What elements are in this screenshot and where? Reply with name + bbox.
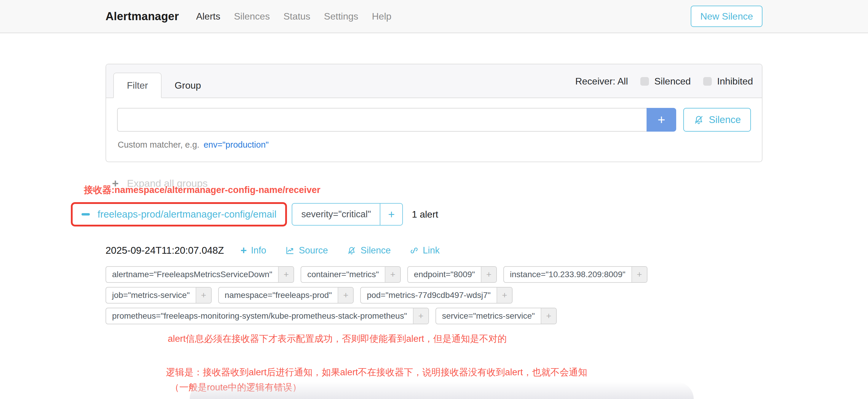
alert-count: 1 alert [412,209,438,220]
alertmanager-page: Alertmanager Alerts Silences Status Sett… [0,0,868,399]
label-add-filter-button[interactable]: + [338,287,353,303]
label-text: job="metrics-service" [106,287,196,303]
alert-group-row: freeleaps-prod/alertmanager-config/email… [71,202,763,226]
app-title: Alertmanager [105,10,179,23]
bell-slash-icon [693,115,704,125]
source-label: Source [299,245,328,256]
source-button[interactable]: Source [285,245,328,256]
tab-group[interactable]: Group [161,73,214,98]
label-add-filter-button[interactable]: + [481,267,496,282]
link-button[interactable]: Link [410,245,440,256]
annotation-config-note: alert信息必须在接收器下才表示配置成功，否则即使能看到alert，但是通知是… [168,333,763,345]
label-tag: alertname="FreeleapsMetricsServiceDown" … [105,266,294,283]
alert-actions: + Info Source [241,245,440,256]
alert-groups-section: + Expand all groups 接收器:namespace/alterm… [105,178,763,395]
silenced-checkbox[interactable] [640,77,649,86]
nav-help[interactable]: Help [372,11,391,22]
annotation-logic-line2: （一般是route中的逻辑有错误） [166,380,763,395]
receiver-annotation-text: 接收器:namespace/altermanager-config-name/r… [84,184,763,196]
label-tag: prometheus="freeleaps-monitoring-system/… [105,308,429,324]
info-button[interactable]: + Info [241,245,266,256]
matcher-input[interactable] [117,108,647,132]
label-add-filter-button[interactable]: + [631,267,647,282]
label-text: endpoint="8009" [408,267,481,282]
nav-silences[interactable]: Silences [234,11,270,22]
silence-alert-button[interactable]: Silence [347,245,391,256]
group-matcher-chip: severity="critical" + [292,203,403,225]
minus-icon [82,213,90,216]
alert-meta-row: 2025-09-24T11:20:07.048Z + Info [105,245,763,256]
label-add-filter-button[interactable]: + [541,308,556,324]
nav-alerts[interactable]: Alerts [196,11,220,22]
bell-slash-icon [347,246,356,255]
label-tag: pod="metrics-77d9cdb497-wdsj7" + [360,287,513,304]
group-matcher-add-button[interactable]: + [380,204,402,225]
alert-labels: alertname="FreeleapsMetricsServiceDown" … [105,266,763,324]
nav-settings[interactable]: Settings [324,11,359,22]
alert-timestamp: 2025-09-24T11:20:07.048Z [105,245,224,256]
silenced-label: Silenced [654,76,691,87]
silence-label: Silence [361,245,391,256]
label-text: instance="10.233.98.209:8009" [504,267,631,282]
label-text: container="metrics" [301,267,385,282]
label-tag: job="metrics-service" + [105,287,212,304]
add-matcher-button[interactable]: + [647,108,676,132]
link-label: Link [423,245,440,256]
red-highlight-box: freeleaps-prod/alertmanager-config/email [71,202,287,226]
nav-status[interactable]: Status [283,11,310,22]
label-text: namespace="freeleaps-prod" [219,287,338,303]
label-text: alertname="FreeleapsMetricsServiceDown" [106,267,278,282]
label-tag: namespace="freeleaps-prod" + [218,287,354,304]
annotation-logic-line1: 逻辑是：接收器收到alert后进行通知，如果alert不在接收器下，说明接收器没… [166,365,763,380]
filter-card-body: + Silence Custom mat [106,98,762,161]
plus-icon: + [241,245,247,256]
receiver-controls: Receiver: All Silenced Inhibited [575,64,753,98]
receiver-filter-label[interactable]: Receiver: All [575,76,628,87]
tab-filter[interactable]: Filter [113,73,161,98]
label-tag: container="metrics" + [301,266,401,283]
label-add-filter-button[interactable]: + [196,287,211,303]
group-collapse-toggle[interactable]: freeleaps-prod/alertmanager-config/email [82,209,276,220]
custom-matcher-hint: Custom matcher, e.g.env="production" [118,140,751,150]
label-text: service="metrics-service" [436,308,541,324]
hint-text: Custom matcher, e.g. [118,140,199,149]
silence-filter-button[interactable]: Silence [683,108,751,132]
silence-filter-label: Silence [709,114,741,125]
label-tag: instance="10.233.98.209:8009" + [503,266,647,283]
label-add-filter-button[interactable]: + [278,267,293,282]
new-silence-button[interactable]: New Silence [691,6,763,27]
info-label: Info [251,245,266,256]
filter-card-header: Filter Group Receiver: All Silenced Inhi… [106,64,762,98]
filter-tabs: Filter Group [113,73,214,98]
label-text: pod="metrics-77d9cdb497-wdsj7" [361,287,497,303]
inhibited-checkbox[interactable] [703,77,712,86]
label-add-filter-button[interactable]: + [497,287,512,303]
silenced-checkbox-group[interactable]: Silenced [640,76,691,87]
top-nav-bar: Alertmanager Alerts Silences Status Sett… [0,0,868,33]
label-add-filter-button[interactable]: + [413,308,428,324]
group-receiver-name: freeleaps-prod/alertmanager-config/email [97,209,276,220]
label-tag: endpoint="8009" + [407,266,497,283]
annotation-logic-note: 逻辑是：接收器收到alert后进行通知，如果alert不在接收器下，说明接收器没… [166,365,763,395]
matcher-example-link[interactable]: env="production" [204,140,269,149]
filter-card: Filter Group Receiver: All Silenced Inhi… [105,64,763,162]
label-add-filter-button[interactable]: + [385,267,400,282]
chart-line-icon [285,246,295,255]
label-tag: service="metrics-service" + [435,308,557,324]
inhibited-label: Inhibited [717,76,753,87]
label-text: prometheus="freeleaps-monitoring-system/… [106,308,413,324]
main-nav: Alerts Silences Status Settings Help [196,11,391,22]
group-matcher-label: severity="critical" [292,204,380,225]
link-icon [410,246,418,255]
inhibited-checkbox-group[interactable]: Inhibited [703,76,753,87]
